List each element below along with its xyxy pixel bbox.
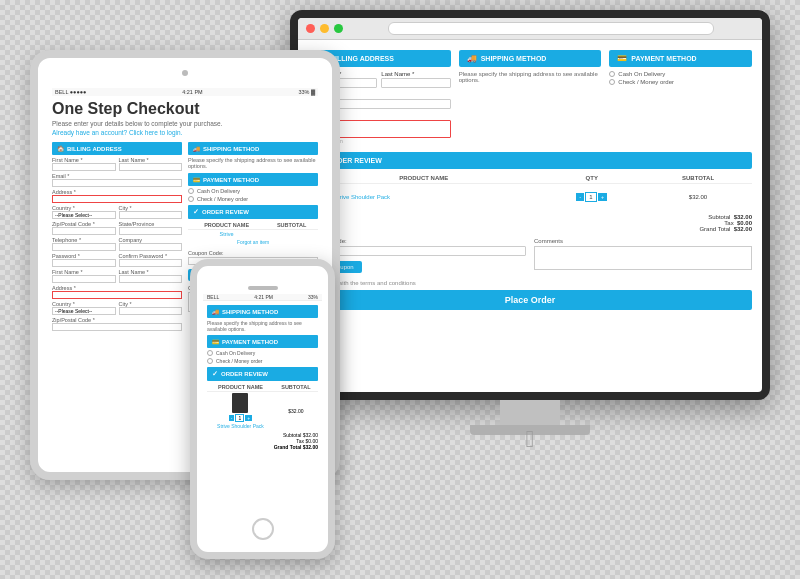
t-address: Address * (52, 189, 182, 203)
qty-minus[interactable]: - (576, 193, 584, 201)
tablet-status-bar: BELL ●●●●● 4:21 PM 33% ▓ (52, 88, 318, 96)
coupon-input[interactable] (308, 246, 526, 256)
t-cash-radio[interactable] (188, 188, 194, 194)
t-zip2-input[interactable] (52, 323, 182, 331)
price-cell: $32.00 (644, 184, 752, 211)
t-address2-input[interactable] (52, 291, 182, 299)
t-zip-input[interactable] (52, 227, 116, 235)
comments-label: Comments (534, 238, 752, 244)
tablet-shipping-header: 🚚 SHIPPING METHOD (188, 142, 318, 155)
t-confirm-input[interactable] (119, 259, 183, 267)
monitor-top-grid: 🏠 BILLING ADDRESS First Name * Last Name… (308, 50, 752, 144)
p-qty-minus[interactable]: - (229, 415, 235, 421)
phone-speaker (248, 286, 278, 290)
minimize-button-dot[interactable] (320, 24, 329, 33)
monitor-order-review: ✓ ORDER REVIEW PRODUCT NAME QTY SUBTOTAL (308, 152, 752, 236)
t-company-input[interactable] (119, 243, 183, 251)
place-order-button[interactable]: Place Order (308, 290, 752, 310)
phone-shipping-header: 🚚 SHIPPING METHOD (207, 305, 318, 318)
check-radio[interactable] (609, 79, 615, 85)
maximize-button-dot[interactable] (334, 24, 343, 33)
tablet-country2-city2: Country * --Please Select-- City * (52, 301, 182, 315)
t-pass-input[interactable] (52, 259, 116, 267)
tablet-shipping-msg: Please specify the shipping address to s… (188, 157, 318, 169)
phone-status-bar: BELL 4:21 PM 33% (203, 294, 322, 301)
phone-carrier: BELL (207, 294, 219, 300)
tablet-billing-header: 🏠 BILLING ADDRESS (52, 142, 182, 155)
monitor-titlebar (298, 18, 762, 40)
t-country2: Country * --Please Select-- (52, 301, 116, 315)
t-city2: City * (119, 301, 183, 315)
tablet-subtitle: Please enter your details below to compl… (52, 120, 318, 127)
phone-home-button[interactable] (252, 518, 274, 540)
t-last-name-input[interactable] (119, 163, 183, 171)
t-email-input[interactable] (52, 179, 182, 187)
table-row: Strive Shoulder Pack - 1 + (308, 184, 752, 211)
order-review-header: ✓ ORDER REVIEW (308, 152, 752, 169)
monitor-screen: 🏠 BILLING ADDRESS First Name * Last Name… (298, 18, 762, 392)
p-product-name: Strive Shoulder Pack (217, 423, 264, 429)
t-last2: Last Name * (119, 269, 183, 283)
tablet-camera (182, 70, 188, 76)
t-country-select[interactable]: --Please Select-- (52, 211, 116, 219)
card-icon: 💳 (617, 54, 627, 63)
p-check-radio[interactable] (207, 358, 213, 364)
t-address2: Address * (52, 285, 182, 299)
p-qty-plus[interactable]: + (245, 415, 252, 421)
p-cash-option: Cash On Delivery (207, 350, 318, 356)
p-cash-radio[interactable] (207, 350, 213, 356)
payment-header: 💳 PAYMENT METHOD (609, 50, 752, 67)
qty-value: 1 (585, 192, 596, 202)
t-last2-input[interactable] (119, 275, 183, 283)
p-qty-controls: - 1 + (229, 414, 252, 422)
monitor-content: 🏠 BILLING ADDRESS First Name * Last Name… (298, 40, 762, 320)
coupon-label: Coupon Code: (308, 238, 526, 244)
subtotal-col: SUBTOTAL (644, 173, 752, 184)
truck-icon-phone: 🚚 (212, 308, 219, 315)
apple-logo:  (470, 425, 590, 453)
t-coupon-label: Coupon Code: (188, 250, 318, 256)
t-address-input[interactable] (52, 195, 182, 203)
t-first-name-input[interactable] (52, 163, 116, 171)
phone-screen: BELL 4:21 PM 33% 🚚 SHIPPING METHOD Pleas… (203, 294, 322, 514)
t-check-radio[interactable] (188, 196, 194, 202)
close-button-dot[interactable] (306, 24, 315, 33)
t-state-input[interactable] (119, 227, 183, 235)
product-link[interactable]: Strive Shoulder Pack (334, 194, 390, 200)
t-tel-input[interactable] (52, 243, 116, 251)
tablet-address-row: Address * (52, 189, 182, 203)
t-city-input[interactable] (119, 211, 183, 219)
p-grand-total-row: Grand Total $32.00 (207, 444, 318, 450)
check-icon-tablet: ✓ (193, 208, 199, 216)
t-country2-select[interactable]: --Please Select-- (52, 307, 116, 315)
t-first-name: First Name * (52, 157, 116, 171)
address-bar[interactable] (388, 22, 714, 35)
phone-body: BELL 4:21 PM 33% 🚚 SHIPPING METHOD Pleas… (190, 259, 335, 559)
t-first2-input[interactable] (52, 275, 116, 283)
t-product-name: Strive (220, 231, 234, 237)
qty-plus[interactable]: + (598, 193, 608, 201)
cash-radio[interactable] (609, 71, 615, 77)
forgot-item[interactable]: Forgot an item (188, 238, 318, 246)
check-option: Check / Money order (609, 79, 752, 85)
t-product-col: PRODUCT NAME (188, 221, 265, 230)
phone-payment-header: 💳 PAYMENT METHOD (207, 335, 318, 348)
phone-order-header: ✓ ORDER REVIEW (207, 367, 318, 381)
p-product-image (232, 393, 248, 413)
t-city2-input[interactable] (119, 307, 183, 315)
tablet-zip-state: Zip/Postal Code * State/Province (52, 221, 182, 235)
terms-row: I agree with the terms and conditions (308, 277, 752, 286)
t-cash-option: Cash On Delivery (188, 188, 318, 194)
card-icon-phone: 💳 (212, 338, 219, 345)
table-row: Strive (188, 230, 318, 239)
t-subtotal-col: SUBTOTAL (265, 221, 318, 230)
tablet-order-table: PRODUCT NAME SUBTOTAL Strive (188, 221, 318, 246)
shipping-header: 🚚 SHIPPING METHOD (459, 50, 602, 67)
phone-shipping-msg: Please specify the shipping address to s… (207, 320, 318, 332)
comments-textarea[interactable] (534, 246, 752, 270)
tablet-login-link[interactable]: Already have an account? Click here to l… (52, 129, 318, 136)
last-name-input[interactable] (381, 78, 450, 88)
phone-totals: Subtotal $32.00 Tax $0.00 Grand Total $3… (207, 432, 318, 450)
tablet-billing: 🏠 BILLING ADDRESS First Name * Last Name… (52, 142, 182, 333)
t-email: Email * (52, 173, 182, 187)
